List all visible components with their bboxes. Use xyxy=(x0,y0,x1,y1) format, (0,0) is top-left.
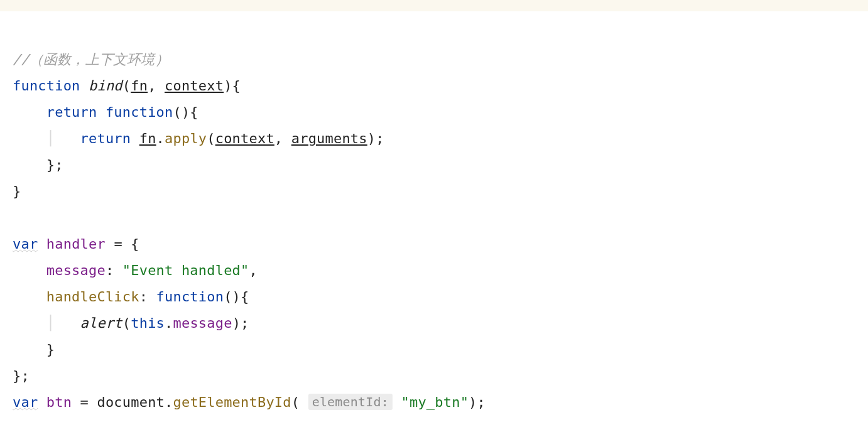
method-apply: apply xyxy=(165,131,207,146)
code-line: }; xyxy=(13,368,30,384)
keyword-function: function xyxy=(106,104,173,120)
param-context: context xyxy=(165,78,224,94)
param-hint-elementid: elementId: xyxy=(308,394,393,410)
keyword-return: return xyxy=(80,131,131,146)
keyword-this: this xyxy=(131,315,165,331)
identifier-btn: btn xyxy=(46,394,72,410)
property-handleclick: handleClick xyxy=(46,289,139,305)
code-line: } xyxy=(13,342,55,357)
code-line: //（函数，上下文环境） xyxy=(13,51,169,67)
code-line: handleClick: function(){ xyxy=(13,289,249,305)
code-line: } xyxy=(13,183,21,199)
param-context: context xyxy=(215,131,274,146)
fn-alert: alert xyxy=(80,315,122,331)
param-fn: fn xyxy=(139,131,156,146)
keyword-var: var xyxy=(13,236,38,252)
fn-name-bind: bind xyxy=(89,78,122,94)
string-my-btn: "my_btn" xyxy=(401,394,469,410)
property-message: message xyxy=(46,262,106,278)
keyword-function: function xyxy=(13,78,80,94)
code-line: }; xyxy=(13,157,63,173)
code-line: message: "Event handled", xyxy=(13,262,258,278)
string-event-handled: "Event handled" xyxy=(122,262,249,278)
code-line: function bind(fn, context){ xyxy=(13,78,241,94)
param-fn: fn xyxy=(131,78,148,94)
param-arguments: arguments xyxy=(291,131,367,146)
code-line xyxy=(13,210,21,225)
code-line: │ alert(this.message); xyxy=(13,315,249,331)
code-line: │ return fn.apply(context, arguments); xyxy=(13,131,384,146)
code-line: return function(){ xyxy=(13,104,198,120)
identifier-handler: handler xyxy=(46,236,106,252)
indent-guide: │ xyxy=(46,131,55,146)
property-message: message xyxy=(173,315,232,331)
code-block: //（函数，上下文环境） function bind(fn, context){… xyxy=(0,11,868,432)
keyword-var: var xyxy=(13,394,38,410)
code-line xyxy=(13,421,21,432)
identifier-document: document xyxy=(97,394,165,410)
method-getelementbyid: getElementById xyxy=(173,394,291,410)
code-line: var btn = document.getElementById( eleme… xyxy=(13,394,486,410)
top-banner xyxy=(0,0,868,11)
keyword-return: return xyxy=(46,104,97,120)
keyword-function: function xyxy=(156,289,224,305)
code-line: var handler = { xyxy=(13,236,139,252)
indent-guide: │ xyxy=(46,315,55,331)
comment-text: //（函数，上下文环境） xyxy=(13,51,169,67)
